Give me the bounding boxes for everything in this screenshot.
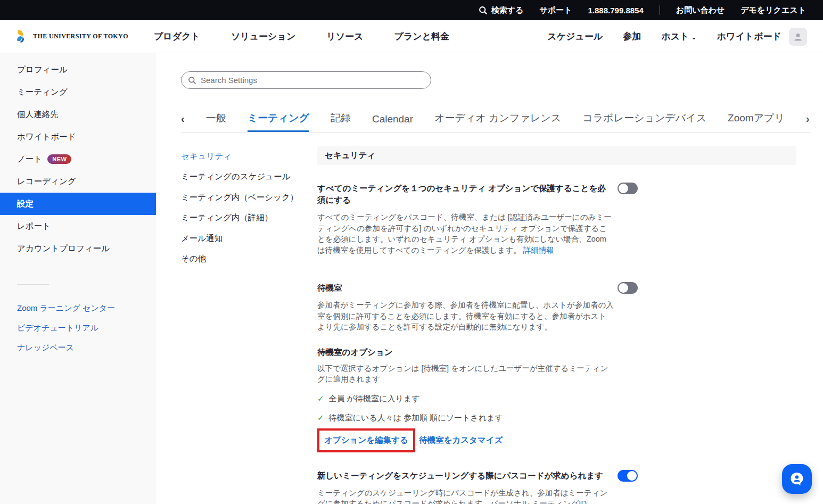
subnav-in-meeting-basic[interactable]: ミーティング内（ベーシック） — [181, 187, 317, 208]
search-icon — [188, 76, 196, 85]
request-demo-link[interactable]: デモをリクエスト — [740, 5, 806, 15]
setting-description: 参加者がミーティングに参加する際、参加者を待機室に配置し、ホストが参加者の入室を… — [317, 300, 614, 333]
topbar-divider — [660, 5, 660, 15]
schedule-link[interactable]: スケジュール — [547, 30, 603, 43]
setting-passcode-required: 新しいミーティングをスケジューリングする際にパスコードが求められます ミーティン… — [317, 470, 796, 504]
toggle-knob — [627, 471, 637, 481]
search-icon — [479, 6, 488, 15]
user-icon — [793, 31, 803, 42]
tab-meeting[interactable]: ミーティング — [248, 111, 309, 132]
sidebar-item-label: プロフィール — [17, 64, 68, 76]
nav-solutions[interactable]: ソリューション — [231, 30, 295, 43]
sidebar-item-notes[interactable]: ノート NEW — [0, 148, 156, 170]
host-menu[interactable]: ホスト ⌄ — [661, 30, 696, 43]
avatar[interactable] — [789, 28, 807, 46]
description-text: すべてのミーティングをパスコード、待機室、または [認証済みユーザーにのみミーテ… — [317, 213, 612, 254]
sidebar-item-contacts[interactable]: 個人連絡先 — [0, 103, 156, 126]
sidebar-item-label: レコーディング — [17, 176, 76, 187]
setting-title: 新しいミーティングをスケジューリングする際にパスコードが求められます — [317, 470, 613, 482]
waiting-room-options-desc: 以下で選択するオプションは [待機室] をオンにしたユーザーが主催するミーティン… — [317, 363, 614, 385]
waiting-room-links: オプションを編集する 待機室をカスタマイズ — [317, 428, 796, 452]
tab-general[interactable]: 一般 — [206, 111, 226, 132]
host-label: ホスト — [661, 30, 689, 43]
tabs-scroll-left-icon[interactable]: ‹ — [181, 113, 185, 132]
subnav-security[interactable]: セキュリティ — [181, 146, 317, 167]
tabs-scroll-right-icon[interactable]: › — [806, 113, 810, 132]
tab-audio-conferencing[interactable]: オーディオ カンファレンス — [434, 111, 561, 132]
sidebar-item-whiteboard[interactable]: ホワイトボード — [0, 126, 156, 148]
waiting-room-options-title: 待機室のオプション — [317, 347, 796, 358]
whiteboard-link[interactable]: ホワイトボード — [717, 30, 781, 43]
settings-sidebar: プロフィール ミーティング 個人連絡先 ホワイトボード ノート NEW レコーデ… — [0, 53, 156, 504]
sidebar-link-learning-center[interactable]: Zoom ラーニング センター — [0, 299, 156, 318]
settings-tabs: ‹ 一般 ミーティング 記録 Calendar オーディオ カンファレンス コラ… — [181, 111, 810, 133]
sidebar-item-label: ノート — [17, 154, 42, 165]
annotation-highlight-box: オプションを編集する — [317, 428, 415, 452]
sidebar-item-meetings[interactable]: ミーティング — [0, 81, 156, 103]
sidebar-item-profile[interactable]: プロフィール — [0, 59, 156, 81]
waiting-room-option-row: ✓ 待機室にいる人々は 参加順 順にソートされます — [317, 413, 796, 423]
setting-description: すべてのミーティングをパスコード、待機室、または [認証済みユーザーにのみミーテ… — [317, 212, 614, 255]
sidebar-item-settings[interactable]: 設定 — [0, 193, 156, 215]
utokyo-logo[interactable]: THE UNIVERSITY OF TOKYO — [15, 29, 128, 44]
customize-waiting-room-link[interactable]: 待機室をカスタマイズ — [419, 435, 503, 446]
sidebar-item-label: 設定 — [17, 199, 34, 210]
settings-search[interactable] — [181, 71, 431, 89]
section-subnav: セキュリティ ミーティングのスケジュール ミーティング内（ベーシック） ミーティ… — [181, 146, 317, 504]
option-text: 全員 が待機室に入ります — [329, 394, 420, 404]
logo-text: THE UNIVERSITY OF TOKYO — [33, 32, 128, 40]
setting-title: 待機室 — [317, 282, 613, 294]
edit-options-link[interactable]: オプションを編集する — [324, 435, 408, 444]
tab-zoom-apps[interactable]: Zoomアプリ — [728, 111, 785, 132]
nav-plans-pricing[interactable]: プランと料金 — [394, 30, 450, 43]
setting-waiting-room: 待機室 参加者がミーティングに参加する際、参加者を待機室に配置し、ホストが参加者… — [317, 282, 796, 333]
search-input[interactable] — [201, 76, 424, 85]
phone-number[interactable]: 1.888.799.8854 — [588, 6, 644, 15]
setting-title: すべてのミーティングを１つのセキュリティ オプションで保護することを必須にする — [317, 183, 613, 206]
contact-link[interactable]: お問い合わせ — [676, 5, 725, 15]
setting-require-security-option: すべてのミーティングを１つのセキュリティ オプションで保護することを必須にする … — [317, 183, 796, 255]
join-link[interactable]: 参加 — [623, 30, 641, 43]
setting-description: ミーティングのスケジューリング時にパスコードが生成され、参加者はミーティングに参… — [317, 488, 614, 504]
sidebar-item-reports[interactable]: レポート — [0, 215, 156, 237]
check-icon: ✓ — [317, 413, 324, 423]
sidebar-item-label: レポート — [17, 221, 51, 232]
sidebar-item-account-profile[interactable]: アカウントプロフィール — [0, 237, 156, 260]
global-search-link[interactable]: 検索する — [479, 5, 524, 15]
support-chat-button[interactable] — [782, 464, 812, 494]
subnav-in-meeting-advanced[interactable]: ミーティング内（詳細） — [181, 208, 317, 229]
chevron-down-icon: ⌄ — [692, 34, 697, 41]
nav-products[interactable]: プロダクト — [154, 30, 200, 43]
sidebar-link-knowledge-base[interactable]: ナレッジベース — [0, 338, 156, 358]
sidebar-link-video-tutorials[interactable]: ビデオチュートリアル — [0, 318, 156, 338]
toggle-knob — [619, 184, 628, 193]
toggle-knob — [619, 283, 628, 293]
chat-person-icon — [789, 471, 805, 487]
tab-recording[interactable]: 記録 — [331, 111, 351, 132]
require-security-toggle[interactable] — [618, 183, 638, 194]
learn-more-link[interactable]: 詳細情報 — [523, 246, 554, 254]
nav-resources[interactable]: リソース — [326, 30, 363, 43]
subnav-email-notification[interactable]: メール通知 — [181, 228, 317, 249]
settings-main: ‹ 一般 ミーティング 記録 Calendar オーディオ カンファレンス コラ… — [156, 53, 823, 504]
subnav-schedule-meeting[interactable]: ミーティングのスケジュール — [181, 167, 317, 188]
option-text: 待機室にいる人々は 参加順 順にソートされます — [329, 413, 503, 423]
tab-collaboration-devices[interactable]: コラボレーションデバイス — [582, 111, 706, 132]
sidebar-divider — [17, 284, 49, 285]
sidebar-item-recordings[interactable]: レコーディング — [0, 170, 156, 193]
top-utility-bar: 検索する サポート 1.888.799.8854 お問い合わせ デモをリクエスト — [0, 0, 823, 20]
support-link[interactable]: サポート — [539, 5, 572, 15]
passcode-toggle[interactable] — [618, 470, 638, 482]
waiting-room-option-row: ✓ 全員 が待機室に入ります — [317, 394, 796, 404]
settings-panel: セキュリティ すべてのミーティングを１つのセキュリティ オプションで保護すること… — [317, 146, 796, 504]
subnav-other[interactable]: その他 — [181, 249, 317, 270]
global-search-label: 検索する — [491, 5, 524, 15]
new-badge: NEW — [47, 154, 71, 164]
ginkgo-leaf-icon — [15, 29, 29, 44]
main-header: THE UNIVERSITY OF TOKYO プロダクト ソリューション リソ… — [0, 20, 823, 53]
sidebar-item-label: 個人連絡先 — [17, 109, 59, 120]
tab-calendar[interactable]: Calendar — [372, 113, 413, 132]
primary-nav: プロダクト ソリューション リソース プランと料金 — [154, 30, 449, 43]
waiting-room-toggle[interactable] — [618, 282, 638, 294]
sidebar-item-label: ホワイトボード — [17, 131, 76, 143]
